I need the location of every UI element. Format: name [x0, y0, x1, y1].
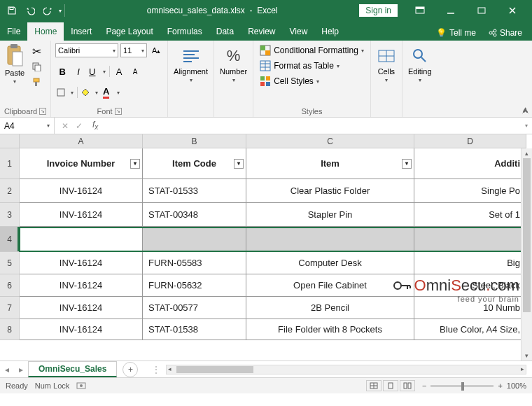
tab-insert[interactable]: Insert	[64, 22, 99, 41]
spreadsheet-grid[interactable]: A B C D 1 Invoice Number▾ Item Code▾ Ite…	[0, 134, 532, 361]
tab-home[interactable]: Home	[27, 22, 64, 41]
cell-a4[interactable]	[20, 227, 143, 252]
fill-color-button[interactable]: ▾	[80, 85, 99, 99]
underline-button[interactable]: U▾	[88, 64, 107, 78]
tab-formulas[interactable]: Formulas	[160, 22, 209, 41]
row-header-4[interactable]: 4	[0, 227, 20, 252]
scroll-down-icon[interactable]: ▾	[522, 351, 532, 360]
tab-review[interactable]: Review	[241, 22, 282, 41]
increase-font-icon2[interactable]: A	[112, 64, 126, 78]
cells-button[interactable]: Cells▾	[375, 43, 398, 83]
zoom-out-icon[interactable]: −	[422, 382, 426, 390]
scroll-up-icon[interactable]: ▴	[522, 148, 532, 158]
tab-data[interactable]: Data	[209, 22, 241, 41]
filter-icon[interactable]: ▾	[234, 159, 244, 169]
tab-view[interactable]: View	[283, 22, 315, 41]
col-header-a[interactable]: A	[20, 134, 143, 148]
row-header-8[interactable]: 8	[0, 319, 20, 340]
cell-b6[interactable]: FURN-05632	[143, 274, 246, 297]
tab-help[interactable]: Help	[314, 22, 346, 41]
cell-b5[interactable]: FURN-05583	[143, 252, 246, 274]
filter-icon[interactable]: ▾	[130, 159, 140, 169]
cell-d5[interactable]: Big	[414, 252, 526, 274]
font-name-combo[interactable]: Calibri▾	[55, 43, 118, 57]
view-normal-icon[interactable]	[366, 380, 382, 391]
row-header-5[interactable]: 5	[0, 252, 20, 274]
number-button[interactable]: % Number▾	[218, 43, 248, 83]
horizontal-scrollbar[interactable]: ◂ ▸	[166, 365, 526, 374]
expand-formula-icon[interactable]: ▾	[521, 122, 532, 129]
cell-a1[interactable]: Invoice Number▾	[20, 148, 143, 179]
vertical-scrollbar[interactable]: ▴ ▾	[521, 148, 532, 360]
maximize-icon[interactable]	[466, 1, 497, 20]
ribbon-display-icon[interactable]	[405, 1, 435, 20]
cell-c1[interactable]: Item▾	[246, 148, 414, 179]
conditional-formatting-button[interactable]: Conditional Formatting▾	[258, 43, 366, 57]
editing-button[interactable]: Editing▾	[407, 43, 433, 83]
tab-page-layout[interactable]: Page Layout	[99, 22, 160, 41]
increase-font-icon[interactable]: A▴	[149, 43, 163, 57]
cell-b7[interactable]: STAT-00577	[143, 297, 246, 319]
sheet-tab[interactable]: OmniSecu_Sales	[28, 361, 117, 377]
cell-b2[interactable]: STAT-01533	[143, 179, 246, 203]
row-header-7[interactable]: 7	[0, 297, 20, 319]
copy-icon[interactable]	[29, 60, 43, 73]
cell-c8[interactable]: File Folder with 8 Pockets	[246, 319, 414, 340]
sign-in-button[interactable]: Sign in	[359, 4, 398, 17]
cell-c6[interactable]: Open File Cabinet	[246, 274, 414, 297]
paste-button[interactable]: Paste ▾	[4, 43, 25, 85]
zoom-in-icon[interactable]: +	[498, 382, 502, 390]
cell-styles-button[interactable]: Cell Styles▾	[258, 74, 366, 88]
cell-b3[interactable]: STAT-00348	[143, 203, 246, 227]
row-header-3[interactable]: 3	[0, 203, 20, 227]
cell-a2[interactable]: INV-16124	[20, 179, 143, 203]
view-page-break-icon[interactable]	[400, 380, 415, 391]
filter-icon[interactable]: ▾	[402, 159, 412, 169]
fx-icon[interactable]: fx	[90, 120, 101, 131]
cell-b4[interactable]	[143, 227, 246, 252]
collapse-ribbon-icon[interactable]: ⮝	[522, 106, 529, 114]
cell-a6[interactable]: INV-16124	[20, 274, 143, 297]
font-dialog-icon[interactable]: ↘	[115, 108, 122, 115]
row-header-6[interactable]: 6	[0, 274, 20, 297]
cut-icon[interactable]: ✂	[29, 45, 43, 57]
bold-button[interactable]: B	[55, 64, 69, 78]
decrease-font-icon[interactable]: A	[128, 64, 142, 78]
cell-c7[interactable]: 2B Pencil	[246, 297, 414, 319]
cell-b1[interactable]: Item Code▾	[143, 148, 246, 179]
enter-formula-icon[interactable]: ✓	[73, 121, 85, 131]
view-page-layout-icon[interactable]	[383, 380, 398, 391]
cell-d3[interactable]: Set of 1	[414, 203, 526, 227]
scroll-thumb[interactable]	[523, 158, 531, 312]
cell-d4[interactable]	[414, 227, 526, 252]
cell-c5[interactable]: Computer Desk	[246, 252, 414, 274]
cell-d1[interactable]: Additi	[414, 148, 526, 179]
cell-d6[interactable]: Steel, Black	[414, 274, 526, 297]
col-header-c[interactable]: C	[246, 134, 414, 148]
tab-file[interactable]: File	[0, 22, 27, 41]
col-header-d[interactable]: D	[414, 134, 526, 148]
zoom-value[interactable]: 100%	[507, 382, 526, 390]
cell-b8[interactable]: STAT-01538	[143, 319, 246, 340]
name-box[interactable]: A4▾	[0, 118, 55, 134]
redo-icon[interactable]	[41, 3, 56, 18]
cell-d2[interactable]: Single Po	[414, 179, 526, 203]
cell-a7[interactable]: INV-16124	[20, 297, 143, 319]
cell-a5[interactable]: INV-16124	[20, 252, 143, 274]
zoom-slider[interactable]	[430, 385, 493, 387]
cancel-formula-icon[interactable]: ✕	[59, 121, 71, 131]
tell-me[interactable]: 💡 Tell me	[432, 25, 480, 41]
undo-icon[interactable]	[22, 3, 38, 18]
col-header-b[interactable]: B	[143, 134, 246, 148]
row-header-1[interactable]: 1	[0, 148, 20, 179]
format-as-table-button[interactable]: Format as Table▾	[258, 59, 366, 73]
minimize-icon[interactable]	[435, 1, 466, 20]
save-icon[interactable]	[4, 3, 20, 18]
border-button[interactable]: ▾	[55, 85, 75, 99]
cell-c3[interactable]: Stapler Pin	[246, 203, 414, 227]
row-header-2[interactable]: 2	[0, 179, 20, 203]
share-button[interactable]: Share	[484, 25, 526, 41]
sheet-nav-next-icon[interactable]: ▸	[14, 365, 28, 374]
font-color-button[interactable]: A▾	[102, 85, 121, 99]
zoom-thumb[interactable]	[461, 382, 464, 391]
